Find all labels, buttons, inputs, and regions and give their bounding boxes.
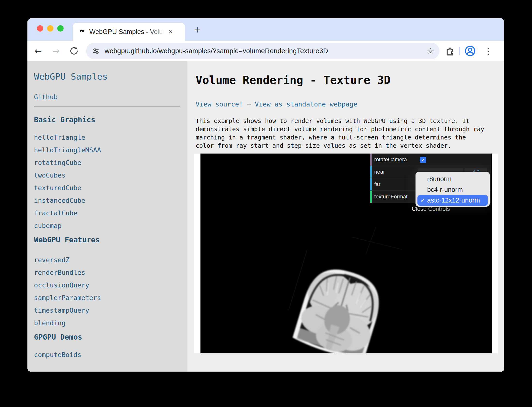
browser-toolbar: ← → webgpu.github.io/webgpu-samples/?sam… <box>27 41 504 61</box>
sidebar-item-renderBundles[interactable]: renderBundles <box>34 269 187 276</box>
dropdown-option-r8unorm[interactable]: r8unorm <box>416 174 490 184</box>
gui-label-rotateCamera: rotateCamera <box>374 156 407 163</box>
number-row-marker <box>370 166 372 178</box>
section-heading-webgpu-features: WebGPU Features <box>34 235 187 244</box>
view-source-link[interactable]: View source! <box>196 100 243 108</box>
samples-sidebar: WebGPU Samples Github Basic Graphics hel… <box>27 61 187 372</box>
traffic-lights <box>37 25 64 32</box>
texture-format-dropdown: r8unorm bc4-r-unorm ✓ astc-12x12-unorm <box>416 172 490 207</box>
zoom-window-button[interactable] <box>57 25 64 32</box>
sidebar-item-fractalCube[interactable]: fractalCube <box>34 210 187 216</box>
close-tab-icon[interactable]: × <box>168 28 173 35</box>
sidebar-item-instancedCube[interactable]: instancedCube <box>34 197 187 204</box>
extensions-icon[interactable] <box>444 46 456 58</box>
sample-main: Volume Rendering - Texture 3D View sourc… <box>187 61 504 372</box>
sidebar-item-cubemap[interactable]: cubemap <box>34 222 187 229</box>
gui-label-far: far <box>374 181 381 187</box>
gui-row-rotateCamera: rotateCamera ✓ <box>370 154 491 166</box>
sample-description: This example shows how to render volumes… <box>196 117 484 150</box>
sidebar-item-texturedCube[interactable]: texturedCube <box>34 185 187 191</box>
screenshot-stage: WebGPU Samples - Volume R × + ← → <box>0 0 532 407</box>
address-bar[interactable]: webgpu.github.io/webgpu-samples/?sample=… <box>86 43 440 59</box>
sidebar-item-occlusionQuery[interactable]: occlusionQuery <box>34 282 187 288</box>
sidebar-item-timestampQuery[interactable]: timestampQuery <box>34 307 187 314</box>
webgpu-canvas: rotateCamera ✓ near 4.2 f <box>200 154 492 353</box>
standalone-link[interactable]: View as standalone webpage <box>255 100 357 108</box>
tab-strip: WebGPU Samples - Volume R × + <box>27 18 504 41</box>
sidebar-item-samplerParameters[interactable]: samplerParameters <box>34 294 187 301</box>
sample-links: View source! – View as standalone webpag… <box>196 101 504 108</box>
url-text[interactable]: webgpu.github.io/webgpu-samples/?sample=… <box>105 47 328 55</box>
github-link[interactable]: Github <box>34 94 187 100</box>
dropdown-option-bc4-r-unorm[interactable]: bc4-r-unorm <box>416 184 490 195</box>
forward-icon: → <box>49 41 63 61</box>
mri-brain-rendering <box>281 253 397 353</box>
dropdown-selected-label: astc-12x12-unorm <box>427 197 480 204</box>
boolean-row-marker <box>370 154 372 166</box>
close-window-button[interactable] <box>37 25 43 32</box>
volume-box-edge <box>351 236 402 250</box>
dropdown-option-astc-12x12-unorm[interactable]: ✓ astc-12x12-unorm <box>417 195 488 206</box>
browser-menu-icon[interactable] <box>483 46 493 57</box>
canvas-container: rotateCamera ✓ near 4.2 f <box>194 154 498 353</box>
sidebar-divider <box>34 106 180 107</box>
sidebar-item-computeBoids[interactable]: computeBoids <box>34 351 187 358</box>
select-row-marker <box>370 191 372 203</box>
sidebar-item-helloTriangleMSAA[interactable]: helloTriangleMSAA <box>34 147 187 153</box>
sidebar-item-twoCubes[interactable]: twoCubes <box>34 172 187 179</box>
tab-title: WebGPU Samples - Volume R <box>89 28 166 36</box>
new-tab-button[interactable]: + <box>190 23 205 37</box>
sidebar-item-blending[interactable]: blending <box>34 320 187 326</box>
rotateCamera-checkbox[interactable]: ✓ <box>420 157 426 163</box>
reload-icon[interactable] <box>67 41 81 61</box>
profile-avatar-icon[interactable] <box>464 45 476 58</box>
page-title: Volume Rendering - Texture 3D <box>196 73 504 87</box>
gui-label-textureFormat: textureFormat <box>374 194 407 200</box>
bookmark-star-icon[interactable]: ☆ <box>427 46 434 56</box>
browser-tab[interactable]: WebGPU Samples - Volume R × <box>73 23 185 41</box>
selected-check-icon: ✓ <box>420 197 427 204</box>
sidebar-item-reversedZ[interactable]: reversedZ <box>34 257 187 263</box>
toolbar-divider <box>459 47 460 55</box>
sidebar-title: WebGPU Samples <box>34 71 187 82</box>
section-heading-gpgpu-demos: GPGPU Demos <box>34 333 187 342</box>
browser-window: WebGPU Samples - Volume R × + ← → <box>27 18 504 372</box>
sidebar-item-helloTriangle[interactable]: helloTriangle <box>34 134 187 141</box>
links-dash: – <box>247 100 251 108</box>
site-settings-icon[interactable] <box>91 47 100 55</box>
section-heading-basic-graphics: Basic Graphics <box>34 115 187 124</box>
sidebar-item-rotatingCube[interactable]: rotatingCube <box>34 159 187 166</box>
minimize-window-button[interactable] <box>47 25 53 32</box>
number-row-marker <box>370 178 372 190</box>
webgpu-favicon-icon <box>79 28 85 35</box>
back-icon[interactable]: ← <box>31 41 45 61</box>
gui-label-near: near <box>374 169 385 175</box>
page-content: WebGPU Samples Github Basic Graphics hel… <box>27 61 504 372</box>
